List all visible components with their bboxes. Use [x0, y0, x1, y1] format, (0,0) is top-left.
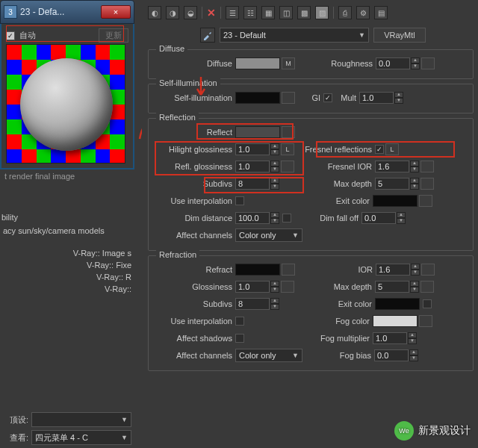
material-editor-panel: 3 23 - Defa... × ✓ 自动 更新 t render fina: [0, 0, 134, 403]
refl-gloss-spinner[interactable]: ▲▼: [235, 161, 279, 172]
mult-spinner[interactable]: ▲▼: [359, 92, 403, 104]
tool-icon[interactable]: ☰: [226, 6, 239, 19]
exit-checkbox[interactable]: [423, 299, 432, 308]
ior-spinner[interactable]: ▲▼: [376, 264, 420, 276]
fresnel-checkbox[interactable]: ✓: [375, 145, 384, 154]
window-titlebar[interactable]: 3 23 - Defa... ×: [0, 0, 134, 24]
tool-icon[interactable]: ▤: [374, 6, 388, 19]
gi-checkbox[interactable]: ✓: [323, 93, 332, 102]
diffuse-map-button[interactable]: M: [282, 57, 295, 69]
eyedropper-icon[interactable]: [200, 28, 215, 43]
legacy-label: acy sun/sky/camera models: [0, 225, 134, 237]
subdivs-label: Subdivs: [155, 299, 235, 308]
map-button[interactable]: [419, 195, 432, 207]
dim-falloff-spinner[interactable]: ▲▼: [361, 212, 406, 224]
fog-color-label: Fog color: [301, 317, 373, 326]
render-hint: t render final image: [0, 169, 134, 183]
roughness-label: Roughness: [304, 59, 376, 68]
dim-dist-spinner[interactable]: ▲▼: [235, 212, 279, 224]
update-button[interactable]: 更新: [99, 28, 128, 43]
parameters-panel: ◐ ◑ ◒ ✕ ☰ ☷ ▦ ◫ ▩ ▨ ⎙ ⚙ ▤ 23 - Default▼ …: [142, 0, 478, 448]
reflect-label: Reflect: [155, 128, 235, 137]
sample-slot-area: ✓ 自动 更新: [0, 24, 134, 169]
map-button[interactable]: [282, 264, 295, 276]
chevron-down-icon: ▼: [121, 416, 128, 423]
tool-icon[interactable]: ▩: [297, 6, 311, 19]
tool-icon[interactable]: ⚙: [356, 6, 370, 19]
fog-mult-spinner[interactable]: ▲▼: [373, 332, 417, 344]
map-button[interactable]: [420, 178, 434, 190]
affect-channels-dropdown[interactable]: Color only▼: [235, 228, 302, 242]
map-button[interactable]: [281, 281, 294, 293]
map-button[interactable]: [421, 57, 435, 69]
map-button[interactable]: [420, 161, 434, 172]
map-button[interactable]: [282, 92, 295, 104]
checker-icon[interactable]: ▨: [315, 6, 329, 19]
fresnel-ior-spinner[interactable]: ▲▼: [375, 161, 419, 172]
chevron-down-icon: ▼: [292, 231, 299, 239]
preset-label: 顶设:: [3, 414, 28, 426]
maxdepth-label: Max depth: [303, 282, 375, 291]
material-preview[interactable]: [6, 44, 125, 164]
glossiness-label: Glossiness: [155, 282, 235, 291]
tool-icon[interactable]: ◑: [166, 6, 179, 19]
dim-dist-label: Dim distance: [155, 214, 235, 223]
selfillum-color[interactable]: [235, 92, 280, 104]
maxdepth-spinner[interactable]: ▲▼: [375, 281, 419, 293]
subdivs-spinner[interactable]: ▲▼: [235, 298, 279, 310]
auto-update-checkbox[interactable]: ✓: [6, 31, 15, 40]
delete-icon[interactable]: ✕: [207, 7, 216, 19]
group-bility: bility: [1, 213, 134, 222]
list-item[interactable]: V-Ray:: R: [0, 271, 134, 283]
preview-sphere: [20, 58, 113, 151]
fog-bias-spinner[interactable]: ▲▼: [374, 349, 418, 361]
view-dropdown[interactable]: 四元菜单 4 - C▼: [31, 430, 131, 445]
glossiness-spinner[interactable]: ▲▼: [235, 281, 279, 293]
affect-shadows-checkbox[interactable]: [235, 334, 244, 343]
fresnel-ior-label: Fresnel IOR: [303, 162, 375, 171]
list-item[interactable]: V-Ray:: Fixe: [0, 259, 134, 271]
exit-color[interactable]: [373, 195, 418, 207]
lock-button[interactable]: L: [281, 143, 294, 155]
preset-dropdown[interactable]: ▼: [31, 412, 131, 427]
map-button[interactable]: [281, 161, 294, 172]
refract-color[interactable]: [235, 264, 280, 276]
close-button[interactable]: ×: [101, 5, 131, 19]
map-button[interactable]: [282, 126, 295, 138]
diffuse-color[interactable]: [235, 57, 280, 69]
use-interp-label: Use interpolation: [155, 317, 235, 326]
reflect-color[interactable]: [235, 126, 280, 138]
use-interp-checkbox[interactable]: [235, 317, 244, 326]
exit-color-label: Exit color: [303, 299, 375, 308]
subdivs-spinner[interactable]: ▲▼: [235, 178, 279, 190]
use-interp-checkbox[interactable]: [235, 196, 244, 205]
affect-channels-label: Affect channels: [155, 231, 235, 240]
window-title: 23 - Defa...: [20, 7, 101, 17]
affect-channels-dropdown[interactable]: Color only▼: [235, 349, 302, 362]
maxdepth-spinner[interactable]: ▲▼: [375, 178, 419, 190]
material-name-dropdown[interactable]: 23 - Default▼: [220, 28, 369, 43]
tool-icon[interactable]: ☷: [243, 6, 257, 19]
map-button[interactable]: [419, 315, 432, 327]
material-type-button[interactable]: VRayMtl: [373, 28, 426, 43]
list-item[interactable]: V-Ray::: [0, 283, 134, 295]
maxdepth-label: Max depth: [303, 179, 375, 188]
selfillum-section: Self-illumination Self-illumination GI ✓…: [148, 84, 474, 113]
tool-icon[interactable]: ◫: [279, 6, 293, 19]
roughness-spinner[interactable]: ▲▼: [376, 57, 420, 69]
diffuse-label: Diffuse: [155, 59, 235, 68]
lock-button[interactable]: L: [385, 143, 399, 155]
tool-icon[interactable]: ▦: [261, 6, 275, 19]
dim-dist-checkbox[interactable]: [282, 214, 291, 223]
tool-icon[interactable]: ◒: [184, 6, 197, 19]
exit-color[interactable]: [375, 298, 420, 310]
map-button[interactable]: [420, 281, 434, 293]
tool-icon[interactable]: ⎙: [338, 6, 352, 19]
tool-icon[interactable]: ◐: [148, 6, 161, 19]
fog-color[interactable]: [373, 315, 418, 327]
view-label: 查看:: [3, 432, 28, 444]
list-item[interactable]: V-Ray:: Image s: [0, 247, 134, 259]
hilight-gloss-spinner[interactable]: ▲▼: [235, 143, 279, 155]
map-button[interactable]: [421, 264, 435, 276]
viewport-controls: 顶设: ▼ 查看: 四元菜单 4 - C▼: [0, 409, 134, 448]
